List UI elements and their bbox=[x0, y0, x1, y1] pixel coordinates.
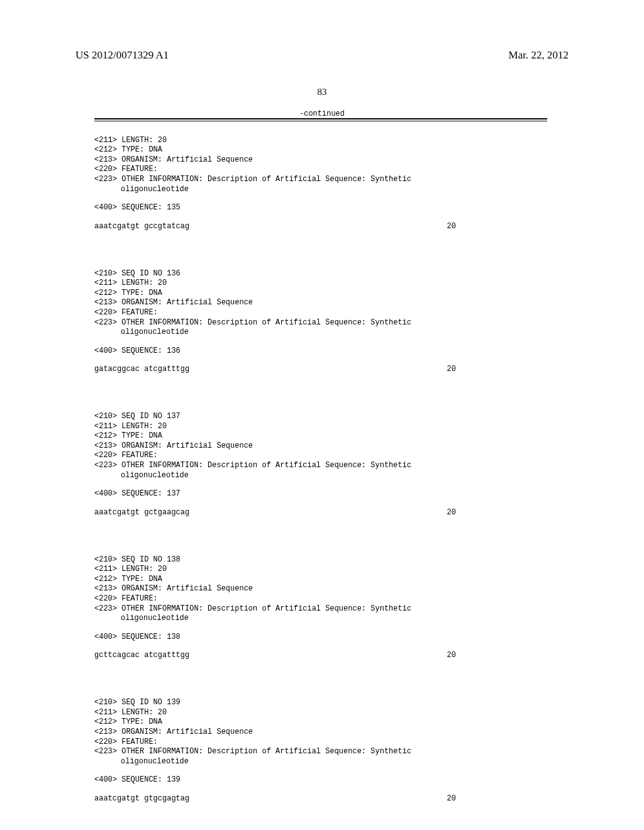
type-line: <212> TYPE: DNA bbox=[94, 431, 547, 441]
organism-line: <213> ORGANISM: Artificial Sequence bbox=[94, 441, 547, 451]
seq-id-line: <210> SEQ ID NO 136 bbox=[94, 269, 547, 279]
sequence-header: <400> SEQUENCE: 139 bbox=[94, 775, 547, 785]
seq-block-137: <210> SEQ ID NO 137<211> LENGTH: 20<212>… bbox=[94, 412, 547, 517]
organism-line: <213> ORGANISM: Artificial Sequence bbox=[94, 298, 547, 308]
type-line: <212> TYPE: DNA bbox=[94, 575, 547, 585]
sequence-header: <400> SEQUENCE: 135 bbox=[94, 203, 547, 213]
sequence-length: 20 bbox=[447, 651, 456, 661]
feature-line: <220> FEATURE: bbox=[94, 165, 547, 175]
sequence-line: gcttcagcac atcgatttgg20 bbox=[94, 651, 456, 661]
other-info-line-2: oligonucleotide bbox=[94, 757, 547, 767]
organism-line: <213> ORGANISM: Artificial Sequence bbox=[94, 155, 547, 165]
other-info-line-2: oligonucleotide bbox=[94, 614, 547, 624]
type-line: <212> TYPE: DNA bbox=[94, 289, 547, 299]
sequence-text: aaatcgatgt gccgtatcag bbox=[94, 222, 189, 232]
divider-top bbox=[94, 118, 547, 119]
sequence-line: aaatcgatgt gtgcgagtag20 bbox=[94, 794, 456, 804]
sequence-line: gatacggcac atcgatttgg20 bbox=[94, 365, 456, 375]
other-info-line-1: <223> OTHER INFORMATION: Description of … bbox=[94, 175, 547, 185]
seq-id-line: <210> SEQ ID NO 137 bbox=[94, 412, 547, 422]
other-info-line-1: <223> OTHER INFORMATION: Description of … bbox=[94, 604, 547, 614]
sequence-line: aaatcgatgt gccgtatcag20 bbox=[94, 222, 456, 232]
sequence-text: gcttcagcac atcgatttgg bbox=[94, 651, 189, 661]
other-info-line-1: <223> OTHER INFORMATION: Description of … bbox=[94, 318, 547, 328]
length-line: <211> LENGTH: 20 bbox=[94, 708, 547, 718]
length-line: <211> LENGTH: 20 bbox=[94, 279, 547, 289]
sequence-length: 20 bbox=[447, 508, 456, 518]
seq-block-138: <210> SEQ ID NO 138<211> LENGTH: 20<212>… bbox=[94, 555, 547, 661]
length-line: <211> LENGTH: 20 bbox=[94, 422, 547, 432]
seq-block-135: <211> LENGTH: 20<212> TYPE: DNA<213> ORG… bbox=[94, 136, 547, 232]
sequence-header: <400> SEQUENCE: 138 bbox=[94, 633, 547, 643]
organism-line: <213> ORGANISM: Artificial Sequence bbox=[94, 584, 547, 594]
feature-line: <220> FEATURE: bbox=[94, 308, 547, 318]
sequence-line: aaatcgatgt gctgaagcag20 bbox=[94, 508, 456, 518]
other-info-line-2: oligonucleotide bbox=[94, 471, 547, 481]
page-header: US 2012/0071329 A1 Mar. 22, 2012 bbox=[0, 49, 644, 62]
type-line: <212> TYPE: DNA bbox=[94, 717, 547, 728]
sequence-header: <400> SEQUENCE: 137 bbox=[94, 489, 547, 499]
type-line: <212> TYPE: DNA bbox=[94, 145, 547, 155]
sequence-text: gatacggcac atcgatttgg bbox=[94, 365, 189, 375]
feature-line: <220> FEATURE: bbox=[94, 451, 547, 461]
sequence-length: 20 bbox=[447, 794, 456, 804]
seq-id-line: <210> SEQ ID NO 139 bbox=[94, 698, 547, 708]
seq-id-line: <210> SEQ ID NO 138 bbox=[94, 555, 547, 565]
sequence-header: <400> SEQUENCE: 136 bbox=[94, 346, 547, 357]
seq-block-136: <210> SEQ ID NO 136<211> LENGTH: 20<212>… bbox=[94, 269, 547, 375]
other-info-line-1: <223> OTHER INFORMATION: Description of … bbox=[94, 747, 547, 757]
sequence-listing: <211> LENGTH: 20<212> TYPE: DNA<213> ORG… bbox=[94, 126, 547, 830]
other-info-line-2: oligonucleotide bbox=[94, 328, 547, 338]
divider-bottom bbox=[94, 121, 547, 121]
sequence-text: aaatcgatgt gctgaagcag bbox=[94, 508, 189, 518]
length-line: <211> LENGTH: 20 bbox=[94, 136, 547, 146]
sequence-text: aaatcgatgt gtgcgagtag bbox=[94, 794, 189, 804]
other-info-line-1: <223> OTHER INFORMATION: Description of … bbox=[94, 461, 547, 471]
sequence-length: 20 bbox=[447, 222, 456, 232]
page-number: 83 bbox=[0, 87, 644, 97]
continued-label: -continued bbox=[0, 109, 644, 118]
publication-number: US 2012/0071329 A1 bbox=[75, 49, 169, 62]
seq-block-139: <210> SEQ ID NO 139<211> LENGTH: 20<212>… bbox=[94, 698, 547, 804]
sequence-length: 20 bbox=[447, 365, 456, 375]
other-info-line-2: oligonucleotide bbox=[94, 185, 547, 195]
publication-date: Mar. 22, 2012 bbox=[509, 49, 569, 62]
feature-line: <220> FEATURE: bbox=[94, 594, 547, 604]
length-line: <211> LENGTH: 20 bbox=[94, 565, 547, 575]
organism-line: <213> ORGANISM: Artificial Sequence bbox=[94, 728, 547, 738]
feature-line: <220> FEATURE: bbox=[94, 738, 547, 748]
